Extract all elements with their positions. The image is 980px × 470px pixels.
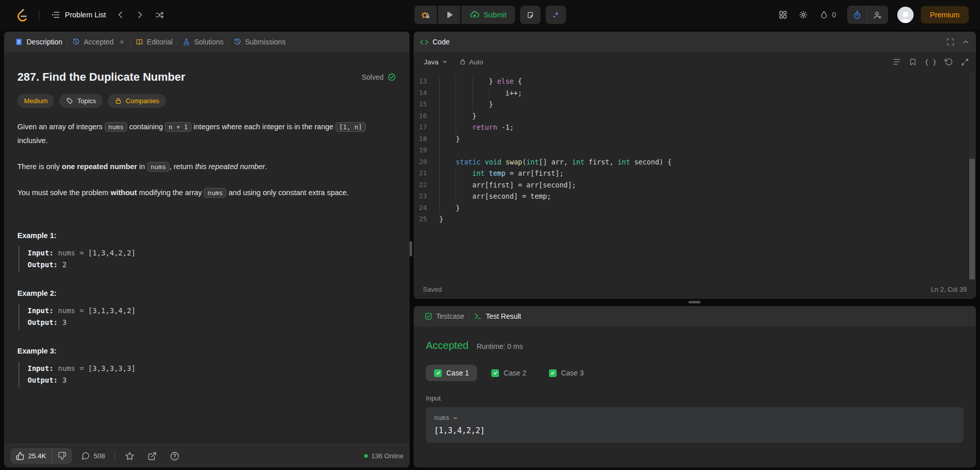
tab-testcase[interactable]: Testcase bbox=[420, 306, 469, 326]
expand-editor-button[interactable] bbox=[961, 58, 969, 66]
collapse-button[interactable] bbox=[962, 38, 970, 46]
indent-guide bbox=[456, 76, 472, 87]
code-line[interactable]: 25} bbox=[414, 214, 976, 225]
code-line[interactable]: 13} else { bbox=[414, 76, 976, 87]
code-line[interactable]: 23arr[second] = temp; bbox=[414, 191, 976, 202]
case-pass-icon bbox=[434, 369, 442, 377]
companies-button[interactable]: Companies bbox=[108, 94, 166, 108]
line-number: 21 bbox=[414, 168, 439, 179]
case-3-button[interactable]: Case 3 bbox=[541, 365, 592, 381]
comment-icon bbox=[81, 452, 90, 460]
auto-mode[interactable]: Auto bbox=[459, 58, 484, 66]
close-icon[interactable]: × bbox=[118, 37, 125, 46]
input-variable-name: nums = bbox=[434, 414, 955, 421]
collaborate-button[interactable] bbox=[868, 6, 888, 24]
case-2-button[interactable]: Case 2 bbox=[483, 365, 534, 381]
code-line[interactable]: 19 bbox=[414, 145, 976, 156]
bookmark-button[interactable] bbox=[909, 58, 917, 66]
scrollbar-thumb[interactable] bbox=[969, 159, 975, 279]
indent-guide bbox=[456, 110, 472, 122]
code-line[interactable]: 14i++; bbox=[414, 87, 976, 99]
layout-button[interactable] bbox=[774, 6, 792, 24]
maximize-button[interactable] bbox=[946, 38, 954, 46]
timer-button[interactable] bbox=[847, 6, 868, 24]
line-number: 17 bbox=[414, 122, 439, 133]
snippets-button[interactable]: { } bbox=[925, 58, 937, 66]
ai-assistant-button[interactable] bbox=[545, 6, 566, 24]
leetcode-logo-icon[interactable] bbox=[11, 5, 32, 25]
bookmark-icon bbox=[909, 58, 917, 66]
code-line[interactable]: 15} bbox=[414, 99, 976, 110]
question-circle-icon bbox=[170, 452, 179, 461]
thumbs-up-icon bbox=[16, 452, 25, 460]
format-code-button[interactable] bbox=[893, 58, 901, 66]
tab-editorial-label: Editorial bbox=[147, 38, 173, 46]
dislike-button[interactable] bbox=[52, 448, 72, 464]
vote-group: 25.4K bbox=[10, 448, 72, 464]
problem-list-label: Problem List bbox=[65, 11, 106, 19]
submit-label: Submit bbox=[484, 11, 507, 19]
comments-button[interactable]: 508 bbox=[79, 449, 107, 463]
tab-testcase-label: Testcase bbox=[436, 312, 464, 320]
share-button[interactable] bbox=[145, 449, 160, 464]
run-button[interactable] bbox=[438, 6, 460, 24]
tab-solutions[interactable]: Solutions bbox=[178, 32, 228, 52]
premium-button[interactable]: Premium bbox=[921, 6, 969, 24]
indent-guide bbox=[439, 145, 456, 156]
tab-editorial[interactable]: Editorial bbox=[131, 32, 178, 52]
case-1-button[interactable]: Case 1 bbox=[426, 365, 477, 381]
streak-button[interactable]: 0 bbox=[815, 7, 840, 23]
case-pass-icon bbox=[491, 369, 499, 377]
tab-accepted[interactable]: Accepted × bbox=[67, 32, 130, 52]
indent-guide bbox=[439, 156, 456, 168]
code-editor[interactable]: 13} else {14i++;15}16}17return -1;18}192… bbox=[414, 72, 976, 279]
indent-guide bbox=[456, 168, 472, 179]
case-pass-icon bbox=[549, 369, 557, 377]
settings-button[interactable] bbox=[795, 6, 812, 24]
difficulty-badge[interactable]: Medium bbox=[17, 94, 54, 108]
code-icon bbox=[420, 38, 428, 46]
reset-code-button[interactable] bbox=[945, 58, 953, 66]
online-indicator: 136 Online bbox=[364, 452, 403, 460]
code-line[interactable]: 16} bbox=[414, 110, 976, 122]
tab-accepted-label: Accepted bbox=[84, 38, 113, 46]
horizontal-resize-handle[interactable] bbox=[410, 241, 412, 256]
problem-list-button[interactable]: Problem List bbox=[47, 7, 109, 23]
code-panel-title: Code bbox=[433, 38, 449, 46]
case-1-label: Case 1 bbox=[446, 369, 469, 377]
difficulty-label: Medium bbox=[24, 97, 47, 105]
next-problem-button[interactable] bbox=[132, 7, 148, 23]
auto-label: Auto bbox=[469, 58, 484, 66]
submit-button[interactable]: Submit bbox=[461, 6, 515, 24]
tab-submissions[interactable]: Submissions bbox=[229, 32, 290, 52]
code-line[interactable]: 17return -1; bbox=[414, 122, 976, 133]
help-button[interactable] bbox=[167, 449, 182, 464]
code-line[interactable]: 20static void swap(int[] arr, int first,… bbox=[414, 156, 976, 168]
tab-description[interactable]: Description bbox=[10, 32, 67, 52]
example-3-block: Input:nums = [3,3,3,3,3] Output:3 bbox=[18, 362, 396, 387]
prev-problem-button[interactable] bbox=[112, 7, 129, 23]
avatar[interactable] bbox=[897, 7, 914, 23]
vertical-resize-handle[interactable] bbox=[688, 301, 701, 303]
left-panel-tabbar: Description Accepted × Editorial Solutio… bbox=[4, 32, 410, 52]
paragraph-2: There is only one repeated number in num… bbox=[17, 160, 396, 174]
code-line[interactable]: 24} bbox=[414, 202, 976, 214]
tab-test-result[interactable]: Test Result bbox=[469, 306, 525, 326]
history-clock-icon bbox=[72, 38, 80, 46]
code-line[interactable]: 21int temp = arr[first]; bbox=[414, 168, 976, 179]
code-line[interactable]: 18} bbox=[414, 133, 976, 145]
gear-icon bbox=[798, 10, 808, 20]
case-2-label: Case 2 bbox=[504, 369, 526, 377]
favorite-button[interactable] bbox=[122, 449, 137, 464]
like-button[interactable]: 25.4K bbox=[10, 448, 52, 464]
language-select[interactable]: Java bbox=[421, 56, 451, 68]
lock-icon bbox=[114, 97, 122, 105]
debug-button[interactable] bbox=[414, 6, 437, 24]
notes-button[interactable] bbox=[520, 6, 540, 24]
testcase-input-box[interactable]: nums = [1,3,4,2,2] bbox=[426, 407, 964, 443]
topics-label: Topics bbox=[77, 97, 96, 105]
editor-scrollbar[interactable] bbox=[969, 72, 975, 279]
topics-button[interactable]: Topics bbox=[59, 94, 103, 108]
code-line[interactable]: 22arr[first] = arr[second]; bbox=[414, 179, 976, 191]
shuffle-button[interactable] bbox=[151, 7, 168, 24]
